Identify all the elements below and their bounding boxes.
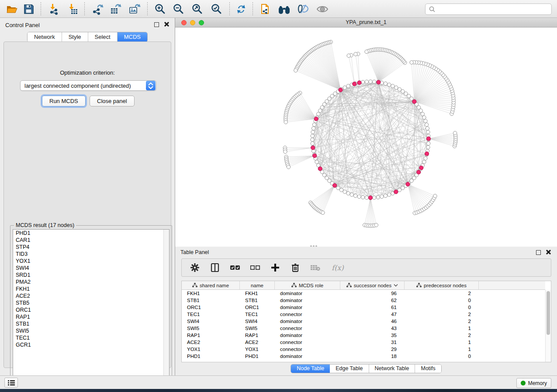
cell-name: RAP1	[240, 332, 275, 339]
function-builder-icon[interactable]: f(x)	[330, 262, 345, 273]
cell-shared-name: ACE2	[182, 339, 240, 346]
table-row[interactable]: FKH1FKH1dominator962	[182, 290, 545, 297]
mcds-result-item[interactable]: STB5	[13, 299, 169, 306]
optimization-criterion-select[interactable]: largest connected component (undirected)	[20, 80, 156, 91]
column-header-MCDS-role[interactable]: MCDS role	[275, 281, 340, 289]
tab-motifs[interactable]: Motifs	[415, 364, 441, 373]
close-panel-button[interactable]: Close panel	[90, 96, 135, 107]
run-mcds-button[interactable]: Run MCDS	[42, 96, 86, 107]
tab-node-table[interactable]: Node Table	[291, 364, 330, 373]
mcds-result-item[interactable]: TID3	[13, 251, 169, 258]
tab-network[interactable]: Network	[28, 32, 62, 42]
zoom-in-icon[interactable]	[153, 2, 168, 16]
tab-style[interactable]: Style	[62, 32, 88, 42]
mcds-result-item[interactable]: PMA2	[13, 279, 169, 285]
tab-edge-table[interactable]: Edge Table	[330, 364, 369, 373]
mcds-result-item[interactable]: CAR1	[13, 237, 169, 244]
cell-successor-nodes: 29	[340, 346, 405, 353]
zoom-out-icon[interactable]	[171, 2, 186, 16]
table-row[interactable]: TEC1TEC1connector472	[182, 311, 545, 318]
toolbar-separator	[41, 2, 41, 15]
mcds-result-item[interactable]: SWI4	[13, 265, 169, 272]
show-graphics-eye-icon[interactable]	[315, 2, 330, 16]
zoom-selected-icon[interactable]	[209, 2, 224, 16]
tab-network-table[interactable]: Network Table	[369, 364, 415, 373]
table-scrollbar-thumb[interactable]	[547, 291, 550, 335]
mcds-result-item[interactable]: PHD1	[13, 230, 169, 237]
float-table-panel-icon[interactable]	[536, 250, 541, 255]
table-row[interactable]: SWI4SWI4dominator462	[182, 318, 545, 325]
export-table-icon[interactable]	[108, 2, 123, 16]
network-canvas[interactable]	[175, 28, 557, 247]
network-window-titlebar[interactable]: YPA_prune.txt_1	[175, 18, 557, 28]
mcds-result-item[interactable]: ACE2	[13, 292, 169, 299]
table-row[interactable]: YOX1YOX1connector291	[182, 346, 545, 353]
status-bar: Memory	[0, 375, 557, 389]
search-input[interactable]	[436, 5, 551, 14]
add-column-icon[interactable]	[270, 262, 280, 273]
mcds-result-item[interactable]: FKH1	[13, 285, 169, 292]
split-panel-icon[interactable]	[210, 262, 220, 273]
mcds-result-item[interactable]: ORC1	[13, 306, 169, 313]
table-row[interactable]: RAP1RAP1dominator352	[182, 332, 545, 339]
network-graph	[175, 28, 557, 247]
share-document-icon[interactable]	[258, 2, 273, 16]
column-header-successor-nodes[interactable]: successor nodes	[340, 281, 405, 289]
mcds-result-item[interactable]: SWI5	[13, 327, 169, 334]
mcds-result-item[interactable]: TEC1	[13, 334, 169, 341]
delete-column-icon[interactable]	[290, 262, 301, 273]
task-history-list-icon[interactable]	[4, 378, 18, 388]
column-header-name[interactable]: name	[240, 281, 275, 289]
delete-table-icon[interactable]	[310, 262, 321, 273]
mcds-result-item[interactable]: STP4	[13, 244, 169, 251]
mcds-result-item[interactable]: GCR1	[13, 341, 169, 348]
search-network-icon[interactable]	[277, 2, 292, 16]
refresh-layout-icon[interactable]	[234, 2, 249, 16]
application-window: Control Panel NetworkStyleSelectMCDS Opt…	[0, 0, 557, 389]
cell-shared-name: ORC1	[182, 304, 240, 311]
float-panel-icon[interactable]	[154, 22, 159, 27]
save-session-icon[interactable]	[21, 2, 36, 16]
memory-label: Memory	[528, 380, 547, 386]
mcds-result-list[interactable]: PHD1CAR1STP4TID3YOX1SWI4SRD1PMA2FKH1ACE2…	[13, 229, 170, 385]
column-header-filler	[479, 281, 545, 289]
open-file-icon[interactable]	[4, 2, 19, 16]
cell-name: PHD1	[240, 353, 275, 360]
table-scrollbar[interactable]	[545, 290, 551, 362]
column-header-predecessor-nodes[interactable]: predecessor nodes	[405, 281, 479, 289]
memory-button[interactable]: Memory	[516, 378, 551, 388]
import-network-icon[interactable]	[47, 2, 62, 16]
table-row[interactable]: ORC1ORC1dominator610	[182, 304, 545, 311]
mcds-result-item[interactable]: SRD1	[13, 272, 169, 279]
mcds-result-item[interactable]: YOX1	[13, 258, 169, 265]
export-network-icon[interactable]	[90, 2, 105, 16]
cell-successor-nodes: 61	[340, 304, 405, 311]
tab-select[interactable]: Select	[88, 32, 118, 42]
select-stepper-icon	[146, 81, 156, 90]
close-panel-icon[interactable]	[163, 21, 169, 27]
zoom-fit-icon[interactable]	[190, 2, 205, 16]
table-settings-gear-icon[interactable]	[190, 262, 200, 273]
desktop-background	[0, 389, 557, 392]
table-row[interactable]: ACE2ACE2connector311	[182, 339, 545, 346]
result-list-scrollbar[interactable]	[163, 230, 169, 384]
close-table-panel-icon[interactable]	[545, 249, 551, 255]
import-table-icon[interactable]	[66, 2, 80, 16]
column-header-shared-name[interactable]: shared name	[182, 281, 240, 289]
cell-predecessor-nodes: 1	[405, 346, 479, 353]
table-row[interactable]: SWI5SWI5connector431	[182, 325, 545, 332]
mcds-result-item[interactable]: RAP1	[13, 313, 169, 320]
mcds-result-item[interactable]: STB1	[13, 320, 169, 327]
cell-name: SWI5	[240, 325, 275, 332]
deselect-all-icon[interactable]	[250, 262, 260, 273]
cell-shared-name: PHD1	[182, 353, 240, 360]
export-image-icon[interactable]	[127, 2, 142, 16]
table-row[interactable]: STB1STB1dominator620	[182, 297, 545, 304]
table-row[interactable]: PHD1PHD1dominator180	[182, 353, 545, 360]
tab-mcds[interactable]: MCDS	[118, 32, 147, 42]
control-panel: Control Panel NetworkStyleSelectMCDS Opt…	[0, 18, 175, 375]
toolbar-search-box[interactable]	[425, 3, 552, 15]
vision-filter-icon[interactable]	[296, 2, 311, 16]
select-all-icon[interactable]	[230, 262, 240, 273]
cell-name: YOX1	[240, 346, 275, 353]
